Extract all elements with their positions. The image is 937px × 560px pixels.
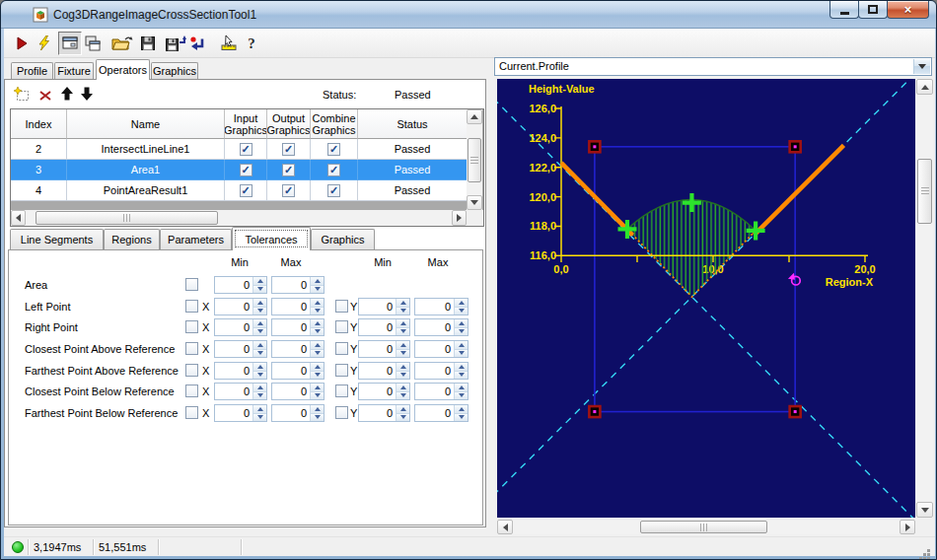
spinner-value[interactable]: 0 [387,385,393,397]
spinner-value[interactable]: 0 [244,407,250,419]
anchor-marker[interactable] [788,273,800,285]
spin-up-button[interactable] [311,299,324,308]
spin-up-button[interactable] [396,341,409,350]
spinner-value[interactable]: 0 [301,321,307,333]
delete-operator-icon[interactable] [37,88,53,104]
min-spinner[interactable]: 0 [358,404,410,422]
max-spinner[interactable]: 0 [414,318,468,336]
spin-down-button[interactable] [455,308,468,315]
scroll-left-button[interactable] [497,520,513,534]
spin-up-button[interactable] [455,405,468,414]
spinner-value[interactable]: 0 [301,365,307,377]
spin-down-button[interactable] [455,328,468,336]
max-spinner[interactable]: 0 [271,340,324,358]
max-spinner[interactable]: 0 [271,362,324,380]
max-spinner[interactable]: 0 [271,404,324,422]
save-file-as-icon[interactable] [165,35,186,51]
spin-down-button[interactable] [253,414,266,422]
scroll-thumb[interactable] [36,211,218,225]
table-row[interactable]: 2IntersectLineLine1✓✓✓Passed [11,139,468,160]
spinner-value[interactable]: 0 [387,343,393,355]
spin-up-button[interactable] [455,299,468,308]
spinner-value[interactable]: 0 [387,321,393,333]
spin-up-button[interactable] [253,363,266,372]
profile-chart[interactable]: 126,0124,0122,0120,0118,0116,00,010,020,… [497,79,915,518]
x-enable-checkbox[interactable] [185,385,198,397]
spin-up-button[interactable] [311,384,324,392]
reset-icon[interactable] [189,35,205,51]
spin-up-button[interactable] [253,319,266,328]
save-file-icon[interactable] [140,35,156,51]
scroll-up-button[interactable] [916,79,933,95]
max-spinner[interactable]: 0 [414,362,468,380]
spin-down-button[interactable] [396,414,409,422]
scroll-left-button[interactable] [11,210,26,226]
spin-down-button[interactable] [396,392,409,400]
measure-icon[interactable] [221,35,237,51]
min-spinner[interactable]: 0 [214,298,267,315]
maximize-button[interactable] [858,1,888,19]
dropdown-button[interactable] [913,59,930,74]
min-spinner[interactable]: 0 [214,404,267,422]
resize-grip[interactable] [927,549,930,552]
spin-down-button[interactable] [311,286,324,294]
spin-down-button[interactable] [253,372,266,380]
spin-up-button[interactable] [253,405,266,414]
table-row[interactable]: 3Area1✓✓✓Passed [11,160,468,180]
spin-up-button[interactable] [311,319,324,328]
max-spinner[interactable]: 0 [271,298,324,315]
spinner-value[interactable]: 0 [445,407,451,419]
tab-graphics[interactable]: Graphics [151,62,198,79]
combine-graphics-checkbox[interactable]: ✓ [327,143,340,156]
spin-down-button[interactable] [396,350,409,358]
scroll-right-button[interactable] [900,520,915,534]
scroll-thumb[interactable] [640,521,767,533]
spin-down-button[interactable] [455,392,468,400]
spin-up-button[interactable] [396,384,409,392]
input-graphics-checkbox[interactable]: ✓ [240,184,252,197]
table-row[interactable]: 4PointAreaResult1✓✓✓Passed [11,180,468,201]
spin-up-button[interactable] [455,341,468,350]
combine-graphics-checkbox[interactable]: ✓ [327,164,340,176]
scroll-right-button[interactable] [452,210,467,226]
min-spinner[interactable]: 0 [358,318,410,336]
spin-down-button[interactable] [396,328,409,336]
spin-down-button[interactable] [455,350,468,358]
min-spinner[interactable]: 0 [214,276,267,294]
spin-up-button[interactable] [311,341,324,350]
minimize-button[interactable] [829,1,859,19]
column-header[interactable]: Output Graphics [267,109,311,139]
spin-up-button[interactable] [253,299,266,308]
spin-up-button[interactable] [396,363,409,372]
x-enable-checkbox[interactable] [185,342,198,355]
min-spinner[interactable]: 0 [214,383,267,400]
move-down-icon[interactable] [79,86,95,102]
max-spinner[interactable]: 0 [414,404,468,422]
spin-down-button[interactable] [311,328,324,336]
title-bar[interactable]: Cog3DRangeImageCrossSectionTool1 × [1,1,936,29]
spin-up-button[interactable] [455,319,468,328]
spin-down-button[interactable] [253,392,266,400]
spin-down-button[interactable] [396,372,409,380]
y-enable-checkbox[interactable] [335,300,348,313]
spin-up-button[interactable] [455,384,468,392]
chart-vertical-scrollbar[interactable] [916,79,933,518]
spin-up-button[interactable] [253,384,266,392]
spin-up-button[interactable] [311,363,324,372]
spinner-value[interactable]: 0 [301,343,307,355]
spinner-value[interactable]: 0 [301,279,307,291]
add-operator-icon[interactable] [14,87,30,103]
y-enable-checkbox[interactable] [335,364,348,377]
spinner-value[interactable]: 0 [445,301,451,313]
spinner-value[interactable]: 0 [244,301,250,313]
spinner-value[interactable]: 0 [301,301,307,313]
spin-down-button[interactable] [311,308,324,315]
tab-profile[interactable]: Profile [11,62,53,79]
subtab-line-segments[interactable]: Line Segments [10,229,104,249]
max-spinner[interactable]: 0 [271,276,324,294]
min-spinner[interactable]: 0 [214,318,267,336]
spin-down-button[interactable] [253,286,266,294]
min-spinner[interactable]: 0 [358,298,410,315]
spinner-value[interactable]: 0 [301,407,307,419]
subtab-tolerances[interactable]: Tolerances [232,227,311,250]
